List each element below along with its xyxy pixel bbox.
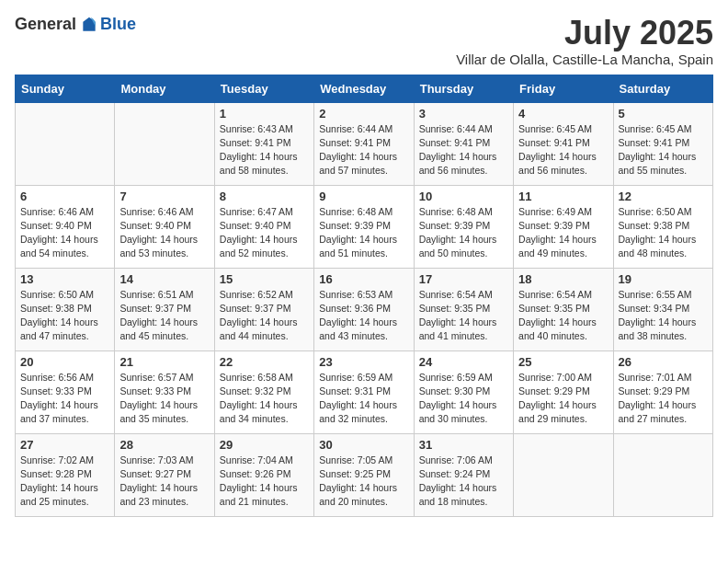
day-number: 9	[319, 190, 408, 203]
calendar-cell: 1Sunrise: 6:43 AMSunset: 9:41 PMDaylight…	[214, 102, 313, 185]
day-number: 17	[419, 272, 508, 286]
day-info: Sunrise: 6:52 AMSunset: 9:37 PMDaylight:…	[220, 288, 309, 344]
logo-blue: Blue	[100, 15, 136, 34]
calendar-week-1: 1Sunrise: 6:43 AMSunset: 9:41 PMDaylight…	[16, 102, 713, 185]
header: General Blue July 2025 Villar de Olalla,…	[15, 15, 713, 67]
calendar-cell: 13Sunrise: 6:50 AMSunset: 9:38 PMDayligh…	[16, 268, 115, 350]
day-number: 3	[419, 107, 508, 121]
day-info: Sunrise: 6:59 AMSunset: 9:30 PMDaylight:…	[419, 371, 508, 427]
day-number: 21	[119, 355, 209, 369]
calendar-cell: 6Sunrise: 6:46 AMSunset: 9:40 PMDaylight…	[16, 185, 115, 268]
calendar-cell: 31Sunrise: 7:06 AMSunset: 9:24 PMDayligh…	[414, 433, 513, 516]
calendar-cell	[16, 102, 115, 185]
calendar-cell: 8Sunrise: 6:47 AMSunset: 9:40 PMDaylight…	[214, 185, 313, 268]
weekday-header-sunday: Sunday	[16, 75, 115, 102]
day-number: 28	[119, 438, 209, 452]
calendar-cell: 18Sunrise: 6:54 AMSunset: 9:35 PMDayligh…	[514, 268, 613, 350]
calendar-cell: 5Sunrise: 6:45 AMSunset: 9:41 PMDaylight…	[613, 102, 712, 185]
calendar-cell: 20Sunrise: 6:56 AMSunset: 9:33 PMDayligh…	[16, 350, 115, 433]
day-info: Sunrise: 7:04 AMSunset: 9:26 PMDaylight:…	[220, 454, 309, 510]
calendar-table: SundayMondayTuesdayWednesdayThursdayFrid…	[15, 75, 713, 517]
calendar-week-3: 13Sunrise: 6:50 AMSunset: 9:38 PMDayligh…	[16, 268, 713, 350]
day-info: Sunrise: 7:06 AMSunset: 9:24 PMDaylight:…	[419, 454, 508, 510]
day-number: 30	[319, 438, 408, 452]
day-number: 2	[319, 107, 408, 121]
calendar-cell: 26Sunrise: 7:01 AMSunset: 9:29 PMDayligh…	[613, 350, 712, 433]
calendar-cell: 27Sunrise: 7:02 AMSunset: 9:28 PMDayligh…	[16, 433, 115, 516]
day-number: 6	[20, 190, 109, 203]
calendar-cell: 21Sunrise: 6:57 AMSunset: 9:33 PMDayligh…	[115, 350, 214, 433]
calendar-week-4: 20Sunrise: 6:56 AMSunset: 9:33 PMDayligh…	[16, 350, 713, 433]
day-number: 27	[20, 438, 109, 452]
calendar-week-2: 6Sunrise: 6:46 AMSunset: 9:40 PMDaylight…	[16, 185, 713, 268]
calendar-cell: 7Sunrise: 6:46 AMSunset: 9:40 PMDaylight…	[115, 185, 214, 268]
day-info: Sunrise: 6:48 AMSunset: 9:39 PMDaylight:…	[419, 205, 508, 261]
day-info: Sunrise: 6:49 AMSunset: 9:39 PMDaylight:…	[518, 205, 608, 261]
calendar-cell: 3Sunrise: 6:44 AMSunset: 9:41 PMDaylight…	[414, 102, 513, 185]
day-info: Sunrise: 6:50 AMSunset: 9:38 PMDaylight:…	[619, 205, 708, 261]
day-info: Sunrise: 6:51 AMSunset: 9:37 PMDaylight:…	[119, 288, 209, 344]
calendar-cell	[613, 433, 712, 516]
calendar-cell: 2Sunrise: 6:44 AMSunset: 9:41 PMDaylight…	[314, 102, 414, 185]
calendar-cell: 28Sunrise: 7:03 AMSunset: 9:27 PMDayligh…	[115, 433, 214, 516]
day-info: Sunrise: 6:50 AMSunset: 9:38 PMDaylight:…	[20, 288, 109, 344]
day-number: 4	[518, 107, 608, 121]
day-info: Sunrise: 6:45 AMSunset: 9:41 PMDaylight:…	[619, 122, 708, 178]
day-info: Sunrise: 6:59 AMSunset: 9:31 PMDaylight:…	[319, 371, 408, 427]
day-info: Sunrise: 6:47 AMSunset: 9:40 PMDaylight:…	[220, 205, 309, 261]
logo-icon	[80, 16, 98, 34]
day-number: 11	[518, 190, 608, 203]
calendar-cell: 25Sunrise: 7:00 AMSunset: 9:29 PMDayligh…	[514, 350, 613, 433]
calendar-cell: 9Sunrise: 6:48 AMSunset: 9:39 PMDaylight…	[314, 185, 414, 268]
weekday-header-row: SundayMondayTuesdayWednesdayThursdayFrid…	[16, 75, 713, 102]
weekday-header-saturday: Saturday	[613, 75, 712, 102]
day-number: 19	[619, 272, 708, 286]
day-number: 7	[119, 190, 209, 203]
day-info: Sunrise: 6:57 AMSunset: 9:33 PMDaylight:…	[119, 371, 209, 427]
calendar-week-5: 27Sunrise: 7:02 AMSunset: 9:28 PMDayligh…	[16, 433, 713, 516]
calendar-cell: 4Sunrise: 6:45 AMSunset: 9:41 PMDaylight…	[514, 102, 613, 185]
location-title: Villar de Olalla, Castille-La Mancha, Sp…	[456, 52, 713, 67]
day-info: Sunrise: 6:54 AMSunset: 9:35 PMDaylight:…	[518, 288, 608, 344]
day-number: 12	[619, 190, 708, 203]
day-info: Sunrise: 7:01 AMSunset: 9:29 PMDaylight:…	[619, 371, 708, 427]
calendar-cell: 24Sunrise: 6:59 AMSunset: 9:30 PMDayligh…	[414, 350, 513, 433]
calendar-cell	[115, 102, 214, 185]
weekday-header-thursday: Thursday	[414, 75, 513, 102]
day-info: Sunrise: 7:03 AMSunset: 9:27 PMDaylight:…	[119, 454, 209, 510]
calendar-cell: 30Sunrise: 7:05 AMSunset: 9:25 PMDayligh…	[314, 433, 414, 516]
calendar-cell: 29Sunrise: 7:04 AMSunset: 9:26 PMDayligh…	[214, 433, 313, 516]
day-number: 14	[119, 272, 209, 286]
day-info: Sunrise: 7:05 AMSunset: 9:25 PMDaylight:…	[319, 454, 408, 510]
day-info: Sunrise: 6:48 AMSunset: 9:39 PMDaylight:…	[319, 205, 408, 261]
day-number: 24	[419, 355, 508, 369]
calendar-cell: 22Sunrise: 6:58 AMSunset: 9:32 PMDayligh…	[214, 350, 313, 433]
weekday-header-monday: Monday	[115, 75, 214, 102]
day-info: Sunrise: 6:58 AMSunset: 9:32 PMDaylight:…	[220, 371, 309, 427]
day-number: 16	[319, 272, 408, 286]
day-number: 25	[518, 355, 608, 369]
day-info: Sunrise: 6:43 AMSunset: 9:41 PMDaylight:…	[220, 122, 309, 178]
calendar-cell: 23Sunrise: 6:59 AMSunset: 9:31 PMDayligh…	[314, 350, 414, 433]
weekday-header-tuesday: Tuesday	[214, 75, 313, 102]
month-title: July 2025	[456, 15, 713, 52]
calendar-cell: 14Sunrise: 6:51 AMSunset: 9:37 PMDayligh…	[115, 268, 214, 350]
day-number: 29	[220, 438, 309, 452]
calendar-cell	[514, 433, 613, 516]
weekday-header-friday: Friday	[514, 75, 613, 102]
day-number: 13	[20, 272, 109, 286]
calendar-cell: 12Sunrise: 6:50 AMSunset: 9:38 PMDayligh…	[613, 185, 712, 268]
calendar-cell: 19Sunrise: 6:55 AMSunset: 9:34 PMDayligh…	[613, 268, 712, 350]
calendar-cell: 17Sunrise: 6:54 AMSunset: 9:35 PMDayligh…	[414, 268, 513, 350]
day-number: 10	[419, 190, 508, 203]
title-area: July 2025 Villar de Olalla, Castille-La …	[456, 15, 713, 67]
weekday-header-wednesday: Wednesday	[314, 75, 414, 102]
day-info: Sunrise: 6:46 AMSunset: 9:40 PMDaylight:…	[119, 205, 209, 261]
day-number: 20	[20, 355, 109, 369]
day-info: Sunrise: 7:02 AMSunset: 9:28 PMDaylight:…	[20, 454, 109, 510]
day-info: Sunrise: 6:56 AMSunset: 9:33 PMDaylight:…	[20, 371, 109, 427]
calendar-cell: 16Sunrise: 6:53 AMSunset: 9:36 PMDayligh…	[314, 268, 414, 350]
day-info: Sunrise: 6:55 AMSunset: 9:34 PMDaylight:…	[619, 288, 708, 344]
day-number: 15	[220, 272, 309, 286]
calendar-cell: 10Sunrise: 6:48 AMSunset: 9:39 PMDayligh…	[414, 185, 513, 268]
